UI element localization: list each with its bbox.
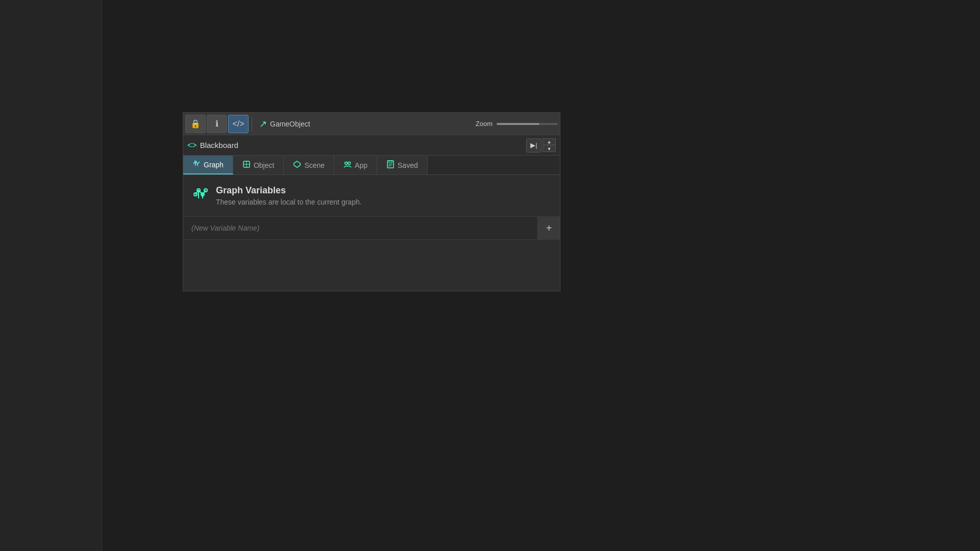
tab-object[interactable]: Object — [233, 156, 284, 174]
zoom-control: Zoom — [476, 120, 558, 128]
zoom-label: Zoom — [476, 120, 493, 128]
blackboard-title: Blackboard — [200, 141, 526, 149]
left-panel — [0, 0, 102, 551]
toolbar: 🔒 ℹ </> ↗ GameObject Zoom — [183, 113, 560, 135]
svg-point-14 — [204, 189, 207, 192]
add-variable-button[interactable]: + — [537, 217, 560, 239]
saved-tab-label: Saved — [398, 161, 418, 169]
svg-marker-4 — [294, 161, 300, 167]
graph-tab-label: Graph — [204, 161, 224, 169]
graph-variables-text: Graph Variables These variables are loca… — [216, 185, 552, 206]
tab-bar: Graph Object Scene — [183, 156, 560, 175]
app-tab-icon — [344, 160, 352, 170]
expand-icon: ▶| — [530, 141, 537, 149]
tab-graph[interactable]: Graph — [183, 156, 233, 174]
saved-tab-icon — [386, 160, 395, 170]
toolbar-separator — [252, 117, 252, 131]
empty-content-area — [183, 240, 560, 291]
code-button[interactable]: </> — [228, 115, 249, 133]
scene-tab-icon — [293, 160, 301, 170]
scroll-up-button[interactable]: ▲ — [543, 138, 556, 145]
new-variable-row: + — [183, 217, 560, 240]
code-icon: </> — [232, 119, 244, 129]
tab-app[interactable]: App — [334, 156, 377, 174]
blackboard-scroll-buttons: ▲ ▼ — [543, 138, 556, 152]
blackboard-expand-button[interactable]: ▶| — [526, 138, 542, 153]
blackboard-icon: <> — [187, 141, 197, 150]
scroll-down-button[interactable]: ▼ — [543, 145, 556, 152]
blackboard-panel: 🔒 ℹ </> ↗ GameObject Zoom <> Blackboard … — [183, 112, 560, 291]
graph-variables-subtitle: These variables are local to the current… — [216, 198, 552, 206]
scene-tab-label: Scene — [304, 161, 325, 169]
object-tab-icon — [242, 160, 251, 170]
chevron-down-icon: ▼ — [547, 146, 552, 152]
graph-tab-icon — [192, 160, 201, 169]
gameobject-label: GameObject — [270, 120, 310, 128]
gameobject-selector[interactable]: ↗ GameObject — [259, 118, 310, 130]
zoom-slider-fill — [497, 123, 540, 125]
lock-icon: 🔒 — [190, 119, 201, 129]
new-variable-input[interactable] — [183, 218, 537, 238]
zoom-slider[interactable] — [497, 123, 558, 125]
svg-point-6 — [348, 162, 351, 165]
svg-point-5 — [345, 162, 348, 165]
lock-button[interactable]: 🔒 — [185, 115, 206, 133]
tab-saved[interactable]: Saved — [377, 156, 428, 174]
tab-scene[interactable]: Scene — [284, 156, 334, 174]
app-tab-label: App — [355, 161, 368, 169]
graph-variables-icon — [191, 185, 210, 204]
info-icon: ℹ — [215, 119, 218, 129]
gameobject-icon: ↗ — [259, 118, 267, 130]
object-tab-label: Object — [254, 161, 274, 169]
graph-variables-title: Graph Variables — [216, 185, 552, 196]
chevron-up-icon: ▲ — [547, 139, 552, 144]
info-button[interactable]: ℹ — [207, 115, 227, 133]
plus-icon: + — [546, 222, 552, 234]
graph-variables-section: Graph Variables These variables are loca… — [183, 175, 560, 217]
content-area: Graph Variables These variables are loca… — [183, 175, 560, 291]
blackboard-header: <> Blackboard ▶| ▲ ▼ — [183, 135, 560, 156]
